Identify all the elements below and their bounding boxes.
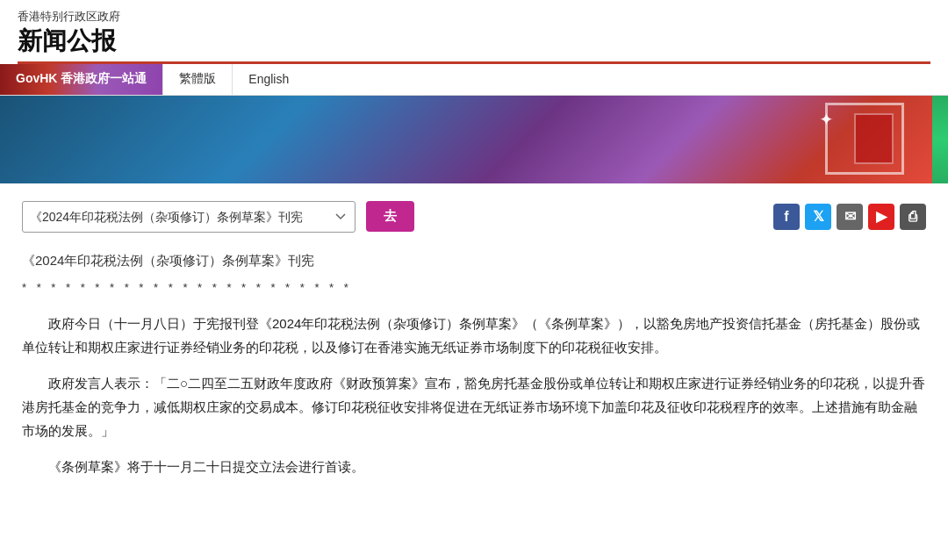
nav-english[interactable]: English	[232, 64, 305, 95]
print-icon[interactable]: ⎙	[900, 204, 926, 230]
twitter-icon[interactable]: 𝕏	[805, 204, 831, 230]
nav-bar: GovHK 香港政府一站通 繁體版 English	[0, 64, 948, 96]
banner-right-bar	[932, 96, 948, 183]
go-button[interactable]: 去	[366, 201, 414, 232]
article-dropdown[interactable]: 《2024年印花税法例（杂项修订）条例草案》刊宪	[22, 201, 356, 233]
youtube-icon[interactable]: ▶	[868, 204, 894, 230]
header-subtitle: 香港特别行政区政府	[18, 9, 930, 25]
nav-traditional[interactable]: 繁體版	[162, 64, 232, 95]
content-area: 《2024年印花税法例（杂项修订）条例草案》刊宪 去 f 𝕏 ✉ ▶ ⎙ 《20…	[0, 183, 948, 508]
banner: ✦	[0, 96, 948, 183]
article-body: 《2024年印花税法例（杂项修订）条例草案》刊宪 * * * * * * * *…	[22, 248, 926, 478]
article-paragraph-2: 政府发言人表示：「二○二四至二五财政年度政府《财政预算案》宣布，豁免房托基金股份…	[22, 371, 926, 442]
page-header: 香港特别行政区政府 新闻公报	[0, 0, 948, 61]
facebook-icon[interactable]: f	[773, 204, 800, 230]
divider-stars: * * * * * * * * * * * * * * * * * * * * …	[22, 277, 926, 298]
article-paragraph-1: 政府今日（十一月八日）于宪报刊登《2024年印花税法例（杂项修订）条例草案》（《…	[22, 312, 926, 359]
social-icons: f 𝕏 ✉ ▶ ⎙	[773, 204, 926, 230]
article-title: 《2024年印花税法例（杂项修订）条例草案》刊宪	[22, 248, 926, 272]
govhk-link[interactable]: GovHK 香港政府一站通	[0, 64, 162, 95]
banner-square-inner	[854, 113, 894, 164]
header-title: 新闻公报	[18, 26, 930, 56]
article-paragraph-3: 《条例草案》将于十一月二十日提交立法会进行首读。	[22, 455, 926, 478]
email-icon[interactable]: ✉	[837, 204, 863, 230]
dropdown-row: 《2024年印花税法例（杂项修订）条例草案》刊宪 去 f 𝕏 ✉ ▶ ⎙	[22, 201, 926, 233]
